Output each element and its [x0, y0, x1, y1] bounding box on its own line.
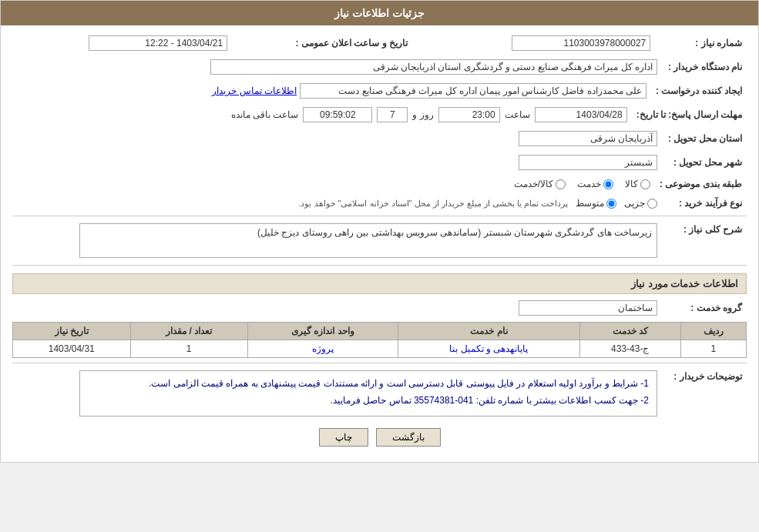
col-header-code: کد خدمت	[579, 323, 680, 340]
services-section-title: اطلاعات خدمات مورد نیاز	[12, 273, 747, 294]
buyer-notes-label: توضیحات خریدار :	[662, 368, 747, 419]
print-button[interactable]: چاپ	[319, 428, 368, 447]
category-radio-both[interactable]	[556, 179, 566, 189]
deadline-days-label: روز و	[412, 109, 433, 120]
services-table: ردیف کد خدمت نام خدمت واحد اندازه گیری ت…	[12, 322, 747, 358]
back-button[interactable]: بازگشت	[376, 428, 441, 447]
page-title: جزئیات اطلاعات نیاز	[334, 7, 425, 19]
procedure-note: پرداخت تمام یا بخشی از مبلغ خریدار از مح…	[298, 199, 568, 209]
delivery-city-value: شبستر	[519, 155, 657, 170]
col-header-name: نام خدمت	[398, 323, 579, 340]
buyer-org-label: نام دستگاه خریدار :	[662, 57, 747, 77]
creator-label: ایجاد کننده درخواست :	[651, 81, 747, 101]
deadline-label: مهلت ارسال پاسخ: تا تاریخ:	[632, 105, 747, 125]
buyer-notes-line2: 2- جهت کسب اطلاعات بیشتر با شماره تلفن: …	[88, 393, 649, 410]
service-group-value: ساختمان	[519, 300, 657, 316]
buyer-notes-line1: 1- شرایط و برآورد اولیه استعلام در فایل …	[88, 376, 649, 393]
main-content: شماره نیاز : 1103003978000027 تاریخ و سا…	[1, 25, 758, 462]
cell-date: 1403/04/31	[13, 340, 131, 358]
delivery-province-value: آذربایجان شرقی	[519, 131, 657, 146]
need-number-label: شماره نیاز :	[655, 33, 747, 53]
category-radio-group: کالا خدمت کالا/خدمت	[17, 179, 650, 189]
procedure-radio-medium[interactable]	[606, 199, 616, 209]
procedure-table: نوع فرآیند خرید : جزیی متوسط پرداخت تمام…	[12, 196, 747, 211]
announce-date-value: 1403/04/21 - 12:22	[89, 35, 227, 51]
category-label: طبقه بندی موضوعی :	[655, 176, 747, 192]
category-option-goods: کالا	[625, 179, 650, 189]
cell-qty: 1	[130, 340, 247, 358]
cell-row: 1	[680, 340, 746, 358]
deadline-table: مهلت ارسال پاسخ: تا تاریخ: 1403/04/28 سا…	[12, 105, 747, 125]
service-group-table: گروه خدمت : ساختمان	[12, 298, 747, 318]
divider-2	[12, 265, 747, 266]
buyer-org-table: نام دستگاه خریدار : اداره کل میراث فرهنگ…	[12, 57, 747, 77]
page-header: جزئیات اطلاعات نیاز	[1, 1, 758, 25]
need-description-table: شرح کلی نیاز : زیرساخت های گردشگری شهرست…	[12, 221, 747, 260]
button-row: بازگشت چاپ	[12, 428, 747, 447]
top-info-table: شماره نیاز : 1103003978000027 تاریخ و سا…	[12, 33, 747, 53]
delivery-province-table: استان محل تحویل : آذربایجان شرقی	[12, 129, 747, 149]
category-radio-service[interactable]	[603, 179, 613, 189]
announce-date-label: تاریخ و ساعت اعلان عمومی :	[232, 33, 412, 53]
category-option-both: کالا/خدمت	[514, 179, 566, 189]
creator-table: ایجاد کننده درخواست : علی محمدزاده فاضل …	[12, 81, 747, 101]
category-radio-goods[interactable]	[640, 179, 650, 189]
contact-info-link[interactable]: اطلاعات تماس خریدار	[212, 85, 297, 96]
col-header-date: تاریخ نیاز	[13, 323, 131, 340]
table-row: 1 ج-43-433 پایانهدهی و تکمیل بنا پروژه 1…	[13, 340, 747, 358]
need-description-label: شرح کلی نیاز :	[662, 221, 747, 260]
divider-1	[12, 216, 747, 216]
col-header-unit: واحد اندازه گیری	[247, 323, 398, 340]
delivery-city-table: شهر محل تحویل : شبستر	[12, 152, 747, 172]
creator-value: علی محمدزاده فاضل کارشناس امور پیمان ادا…	[300, 83, 646, 99]
deadline-time: 23:00	[438, 107, 500, 122]
deadline-time-label: ساعت	[505, 109, 530, 120]
procedure-option-minor: جزیی	[624, 198, 657, 209]
divider-3	[12, 363, 747, 363]
col-header-row: ردیف	[680, 323, 746, 340]
need-description-value: زیرساخت های گردشگری شهرستان شبستر (سامان…	[79, 223, 657, 258]
category-table: طبقه بندی موضوعی : کالا خدمت	[12, 176, 747, 192]
cell-unit: پروژه	[247, 340, 398, 358]
cell-name: پایانهدهی و تکمیل بنا	[398, 340, 579, 358]
buyer-notes-table: توضیحات خریدار : 1- شرایط و برآورد اولیه…	[12, 368, 747, 419]
cell-code: ج-43-433	[579, 340, 680, 358]
need-number-value: 1103003978000027	[512, 35, 650, 51]
category-option-service: خدمت	[577, 179, 613, 189]
deadline-days: 7	[377, 107, 408, 122]
deadline-remaining-label: ساعت باقی مانده	[231, 109, 299, 120]
col-header-qty: تعداد / مقدار	[130, 323, 247, 340]
delivery-province-label: استان محل تحویل :	[662, 129, 747, 149]
deadline-date: 1403/04/28	[535, 107, 627, 122]
deadline-remaining: 09:59:02	[303, 107, 372, 122]
procedure-label: نوع فرآیند خرید :	[662, 196, 747, 211]
procedure-option-medium: متوسط	[576, 198, 616, 209]
service-group-label: گروه خدمت :	[662, 298, 747, 318]
buyer-org-value: اداره کل میراث فرهنگی صنایع دستی و گردشگ…	[210, 59, 657, 75]
procedure-radio-minor[interactable]	[647, 199, 657, 209]
delivery-city-label: شهر محل تحویل :	[662, 152, 747, 172]
page-container: جزئیات اطلاعات نیاز شماره نیاز : 1103003…	[0, 0, 759, 463]
buyer-notes-content: 1- شرایط و برآورد اولیه استعلام در فایل …	[79, 370, 657, 417]
